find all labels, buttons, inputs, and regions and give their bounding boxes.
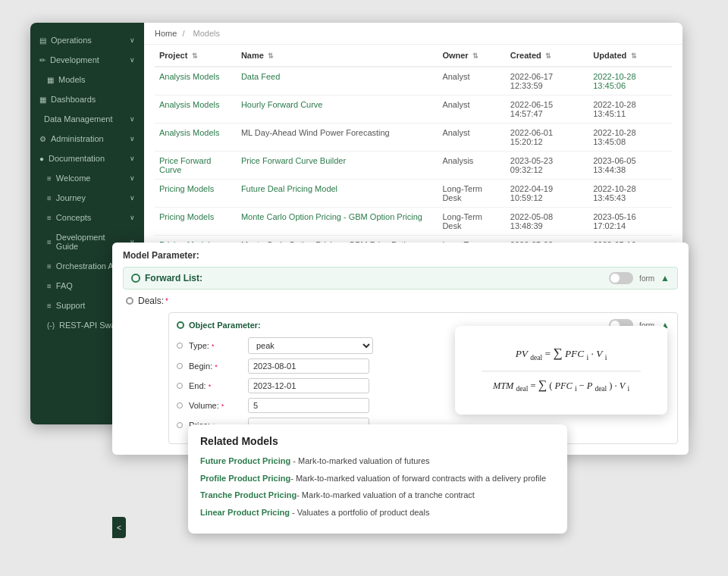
sidebar-icon-models: ▦ <box>47 76 54 84</box>
table-row: Analysis ModelsML Day-Ahead Wind Power F… <box>155 124 672 152</box>
cell-name-5: Monte Carlo Option Pricing - GBM Option … <box>237 208 438 236</box>
cell-created-5: 2022-05-08 13:48:39 <box>506 208 588 236</box>
sidebar-icon-concepts: ≡ <box>47 214 52 222</box>
related-link-3[interactable]: Linear Product Pricing <box>200 508 290 517</box>
formula-card: PV deal = ∑ PFC i · V i MTM deal = ∑ ( P… <box>455 326 667 415</box>
sidebar-item-development[interactable]: ✏Development∨ <box>30 50 144 70</box>
cell-project-3: Price Forward Curve <box>155 152 237 180</box>
sidebar-item-models[interactable]: ▦Models <box>30 70 144 89</box>
sidebar-icon-faq: ≡ <box>47 282 52 290</box>
sidebar-item-welcome[interactable]: ≡Welcome∨ <box>30 168 144 188</box>
cell-created-2: 2022-06-01 15:20:12 <box>506 124 588 152</box>
link-updated-0[interactable]: 2022-10-28 13:45:06 <box>593 72 635 90</box>
chevron-icon-journey: ∨ <box>130 194 135 202</box>
forward-list-header: Forward List: form ▲ <box>123 267 678 290</box>
link-name-5[interactable]: Monte Carlo Option Pricing - GBM Option … <box>241 212 422 221</box>
related-models-card: Related Models Future Product Pricing - … <box>188 424 567 534</box>
forward-list-toggle-area: form ▲ <box>609 272 670 284</box>
cell-project-1: Analysis Models <box>155 95 237 124</box>
sidebar-label-development: Development <box>50 55 99 64</box>
cell-updated-3: 2023-06-05 13:44:38 <box>588 152 672 180</box>
sort-icon-updated[interactable]: ⇅ <box>629 52 637 60</box>
sidebar-collapse-button[interactable]: < <box>112 517 126 538</box>
link-project-0[interactable]: Analysis Models <box>159 72 219 81</box>
related-link-1[interactable]: Profile Product Pricing <box>200 474 290 483</box>
related-item-3: Linear Product Pricing - Valuates a port… <box>200 506 555 519</box>
sidebar-icon-dev-guide: ≡ <box>47 238 52 246</box>
column-header-created[interactable]: Created ⇅ <box>506 45 588 67</box>
sort-icon-created[interactable]: ⇅ <box>544 52 552 60</box>
chevron-icon-development: ∨ <box>130 56 135 64</box>
sidebar-item-journey[interactable]: ≡Journey∨ <box>30 188 144 208</box>
forward-list-toggle[interactable] <box>609 272 633 284</box>
svg-text:PV
      deal
       = 
      : PV deal = ∑ PFC i · V i <box>515 346 607 362</box>
sidebar-item-concepts[interactable]: ≡Concepts∨ <box>30 208 144 227</box>
cell-name-1: Hourly Forward Curve <box>237 95 438 124</box>
sort-icon-name[interactable]: ⇅ <box>266 52 275 60</box>
cell-updated-0: 2022-10-28 13:45:06 <box>588 67 672 95</box>
cell-name-0: Data Feed <box>237 67 438 95</box>
sidebar-label-welcome: Welcome <box>56 174 91 183</box>
cell-owner-0: Analyst <box>438 67 505 95</box>
sidebar-item-operations[interactable]: ▤Operations∨ <box>30 30 144 50</box>
sidebar-item-dashboards[interactable]: ▦Dashboards <box>30 89 144 109</box>
sidebar-item-data-management[interactable]: Data Management∨ <box>30 109 144 129</box>
param-input-end[interactable] <box>248 378 369 393</box>
sidebar-icon-rest-api-swagger: (-) <box>47 321 55 330</box>
param-input-volume[interactable] <box>248 398 369 413</box>
column-header-project[interactable]: Project ⇅ <box>155 45 237 67</box>
cell-owner-1: Analyst <box>438 95 505 124</box>
param-select-type[interactable]: peak <box>248 337 373 354</box>
param-circle-begin <box>177 363 183 369</box>
column-header-owner[interactable]: Owner ⇅ <box>438 45 505 67</box>
related-item-1: Profile Product Pricing- Mark-to-marked … <box>200 472 555 485</box>
sidebar-icon-orchestration-api: ≡ <box>47 262 52 271</box>
sidebar-label-models: Models <box>58 75 85 84</box>
sidebar-item-documentation[interactable]: ●Documentation∨ <box>30 149 144 168</box>
param-input-begin[interactable] <box>248 358 369 374</box>
param-label-type: Type: * <box>189 341 242 350</box>
object-param-label: Object Parameter: <box>189 321 261 330</box>
table-row: Analysis ModelsData FeedAnalyst2022-06-1… <box>155 67 672 95</box>
table-row: Price Forward CurvePrice Forward Curve B… <box>155 152 672 180</box>
related-link-0[interactable]: Future Product Pricing <box>200 456 290 465</box>
param-label-volume: Volume: * <box>189 401 242 410</box>
cell-owner-2: Analyst <box>438 124 505 152</box>
related-desc-0: - Mark-to-marked valuation of futures <box>290 456 429 465</box>
cell-project-0: Analysis Models <box>155 67 237 95</box>
link-project-2[interactable]: Analysis Models <box>159 128 219 137</box>
link-name-0[interactable]: Data Feed <box>241 72 280 81</box>
link-project-5[interactable]: Pricing Models <box>159 212 214 221</box>
sort-icon-owner[interactable]: ⇅ <box>471 52 479 60</box>
cell-owner-5: Long-Term Desk <box>438 208 505 236</box>
param-circle-end <box>177 383 183 389</box>
link-project-3[interactable]: Price Forward Curve <box>159 156 211 174</box>
sidebar-label-journey: Journey <box>56 193 86 202</box>
link-name-3[interactable]: Price Forward Curve Builder <box>241 156 346 165</box>
sidebar-label-support: Support <box>56 301 86 310</box>
forward-list-collapse-arrow[interactable]: ▲ <box>661 273 670 283</box>
deals-required: * <box>165 297 168 305</box>
related-item-0: Future Product Pricing - Mark-to-marked … <box>200 455 555 468</box>
link-project-1[interactable]: Analysis Models <box>159 100 219 109</box>
sidebar-label-data-management: Data Management <box>44 114 113 124</box>
param-circle-type <box>177 343 183 349</box>
column-header-name[interactable]: Name ⇅ <box>237 45 438 67</box>
object-param-icon <box>177 321 184 329</box>
breadcrumb-home[interactable]: Home <box>155 29 177 38</box>
link-name-4[interactable]: Future Deal Pricing Model <box>241 184 337 193</box>
cell-created-1: 2022-06-15 14:57:47 <box>506 95 588 124</box>
param-label-begin: Begin: * <box>189 362 242 371</box>
link-name-1[interactable]: Hourly Forward Curve <box>241 100 323 109</box>
forward-list-icon <box>131 274 140 283</box>
sort-icon-project[interactable]: ⇅ <box>190 52 198 60</box>
column-header-updated[interactable]: Updated ⇅ <box>588 45 672 67</box>
sidebar-item-administration[interactable]: ⚙Administration∨ <box>30 129 144 149</box>
sidebar-label-operations: Operations <box>51 36 92 45</box>
chevron-icon-concepts: ∨ <box>130 214 135 221</box>
cell-updated-4: 2022-10-28 13:45:43 <box>588 180 672 208</box>
link-project-4[interactable]: Pricing Models <box>159 184 214 193</box>
sidebar-icon-administration: ⚙ <box>39 135 46 143</box>
related-link-2[interactable]: Tranche Product Pricing <box>200 490 297 499</box>
related-models-title: Related Models <box>200 435 555 447</box>
